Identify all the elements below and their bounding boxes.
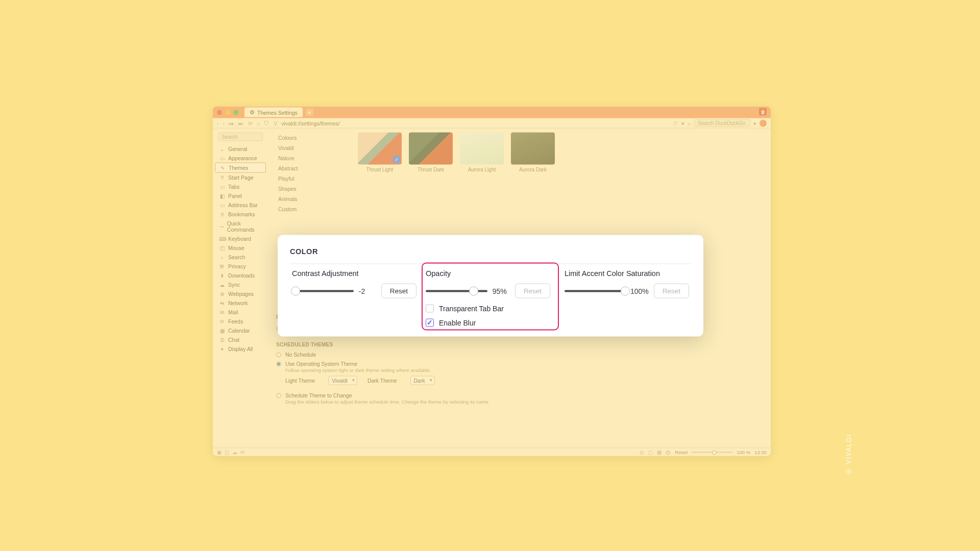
saturation-reset-button[interactable]: Reset (654, 284, 689, 298)
trash-button[interactable]: 🗑 (759, 108, 767, 116)
sidebar-item-label: Privacy (228, 263, 246, 269)
slider-thumb[interactable] (469, 286, 478, 295)
sidebar-item-webpages[interactable]: ⚙Webpages (215, 289, 266, 298)
theme-card-thrust-light[interactable]: Thrust Light (358, 133, 402, 172)
contrast-slider[interactable] (292, 290, 354, 292)
theme-card-thrust-dark[interactable]: Thrust Dark (409, 133, 453, 172)
capture-icon[interactable]: ◎ (640, 449, 644, 455)
new-tab-button[interactable]: + (306, 109, 313, 116)
contrast-reset-button[interactable]: Reset (381, 284, 416, 298)
statusbar: ▣ ◫ ☁ ✉ ◎ ▢ ▦ ⏻ Reset 100 % 13:30 (213, 448, 771, 456)
sidebar-item-panel[interactable]: ◧Panel (215, 191, 266, 201)
category-colours[interactable]: Colours (276, 133, 348, 143)
sidebar-item-icon: ▭ (219, 184, 225, 189)
panel-toggle-icon[interactable]: ▣ (217, 449, 222, 455)
sidebar-item-tabs[interactable]: ▭Tabs (215, 182, 266, 191)
url-text[interactable]: vivaldi://settings/themes/ (281, 120, 339, 126)
checkbox-icon (426, 305, 434, 313)
image-icon[interactable]: ▦ (657, 449, 662, 455)
sidebar-search-input[interactable]: Search (218, 133, 263, 141)
sidebar-item-themes[interactable]: ✎Themes (215, 163, 266, 173)
sidebar-item-start-page[interactable]: ⠿Start Page (215, 173, 266, 182)
zoom-reset[interactable]: Reset (675, 449, 688, 455)
reload-icon[interactable]: ⟳ (248, 120, 253, 126)
minimize-icon[interactable] (225, 110, 230, 115)
sidebar-item-icon: ⤳ (219, 223, 224, 229)
ffwd-icon[interactable]: ⏭ (238, 120, 244, 126)
theme-card-aurora-light[interactable]: Aurora Light (460, 133, 504, 172)
forward-icon[interactable]: › (223, 120, 225, 126)
pip-icon[interactable]: ▢ (648, 449, 653, 455)
back-icon[interactable]: ‹ (217, 120, 219, 126)
shield-icon[interactable]: ⛉ (264, 120, 270, 126)
sidebar-item-downloads[interactable]: ⬇Downloads (215, 271, 266, 280)
transparent-tab-bar-checkbox[interactable]: Transparent Tab Bar (426, 305, 550, 313)
sidebar-item-address-bar[interactable]: ▭Address Bar (215, 201, 266, 210)
sidebar-item-search[interactable]: ⌕Search (215, 253, 266, 262)
dark-theme-select[interactable]: Dark (410, 376, 435, 385)
category-nature[interactable]: Nature (276, 153, 348, 163)
theme-name: Thrust Dark (409, 167, 453, 172)
category-shapes[interactable]: Shapes (276, 184, 348, 194)
sidebar-item-chat[interactable]: ☰Chat (215, 335, 266, 344)
radio-label: No Schedule (285, 352, 316, 358)
sidebar-item-appearance[interactable]: ▭Appearance (215, 154, 266, 163)
search-engine-icon[interactable]: ⌕ (688, 120, 691, 126)
sidebar-item-privacy[interactable]: ⛨Privacy (215, 262, 266, 271)
contrast-title: Contrast Adjustment (292, 269, 416, 278)
tab-themes-settings[interactable]: ⚙ Themes Settings (244, 108, 303, 117)
enable-blur-checkbox[interactable]: Enable Blur (426, 319, 550, 327)
sidebar-item-mail[interactable]: ✉Mail (215, 308, 266, 317)
light-theme-select[interactable]: Vivaldi (328, 376, 357, 385)
sidebar-item-label: Sync (228, 282, 240, 288)
sidebar-item-network[interactable]: ⇆Network (215, 298, 266, 308)
saturation-slider[interactable] (565, 290, 625, 292)
saturation-column: Limit Accent Color Saturation 100% Reset (555, 269, 691, 327)
sidebar-item-display-all[interactable]: ✦Display All (215, 344, 266, 354)
rewind-icon[interactable]: ⏮ (229, 120, 234, 126)
sidebar-item-icon: ✉ (219, 309, 225, 315)
category-custom[interactable]: Custom (276, 204, 348, 214)
tile-icon[interactable]: ◫ (225, 449, 229, 455)
chevron-down-icon[interactable]: ▾ (681, 120, 684, 126)
theme-card-aurora-dark[interactable]: Aurora Dark (511, 133, 555, 172)
sidebar-item-general[interactable]: ⌄General (215, 144, 266, 154)
opacity-reset-button[interactable]: Reset (515, 284, 550, 298)
avatar[interactable] (760, 119, 767, 127)
sidebar-item-icon: ⬇ (219, 272, 225, 278)
traffic-lights (217, 110, 238, 115)
radio-use-os[interactable]: Use Operating System Theme Follow operat… (276, 361, 771, 373)
sidebar-item-keyboard[interactable]: ⌨Keyboard (215, 234, 266, 243)
zoom-slider[interactable] (692, 452, 732, 453)
slider-thumb[interactable] (621, 286, 630, 295)
slider-thumb[interactable] (291, 286, 300, 295)
sidebar-item-icon: ⠿ (219, 174, 225, 180)
sidebar-item-label: Tabs (228, 184, 239, 190)
category-playful[interactable]: Playful (276, 173, 348, 184)
sidebar-item-feeds[interactable]: ⟳Feeds (215, 317, 266, 326)
close-icon[interactable] (217, 110, 222, 115)
sidebar-item-label: Mail (228, 309, 238, 315)
sidebar-item-calendar[interactable]: ▦Calendar (215, 326, 266, 335)
bookmark-icon[interactable]: ⚐ (673, 120, 678, 126)
sidebar-item-sync[interactable]: ☁Sync (215, 280, 266, 289)
category-vivaldi[interactable]: Vivaldi (276, 143, 348, 153)
maximize-icon[interactable] (233, 110, 238, 115)
search-dropdown-icon[interactable]: ▾ (753, 120, 756, 126)
sidebar-item-mouse[interactable]: ◫Mouse (215, 243, 266, 253)
theme-preview (460, 133, 504, 165)
sidebar-item-label: Feeds (228, 318, 243, 324)
sidebar-item-quick-commands[interactable]: ⤳Quick Commands (215, 219, 266, 234)
sidebar-item-bookmarks[interactable]: ⚲Bookmarks (215, 210, 266, 219)
category-abstract[interactable]: Abstract (276, 163, 348, 173)
break-icon[interactable]: ⏻ (666, 449, 671, 455)
mail-icon[interactable]: ✉ (240, 449, 244, 455)
category-animals[interactable]: Animals (276, 194, 348, 204)
radio-label: Use Operating System Theme (285, 361, 431, 367)
cloud-icon[interactable]: ☁ (232, 449, 237, 455)
opacity-slider[interactable] (426, 290, 487, 292)
radio-schedule-change[interactable]: Schedule Theme to Change Drag the slider… (276, 392, 771, 405)
home-icon[interactable]: ⌂ (257, 120, 260, 126)
search-input[interactable]: Search DuckDuckGo (694, 119, 750, 127)
radio-no-schedule[interactable]: No Schedule (276, 352, 771, 358)
